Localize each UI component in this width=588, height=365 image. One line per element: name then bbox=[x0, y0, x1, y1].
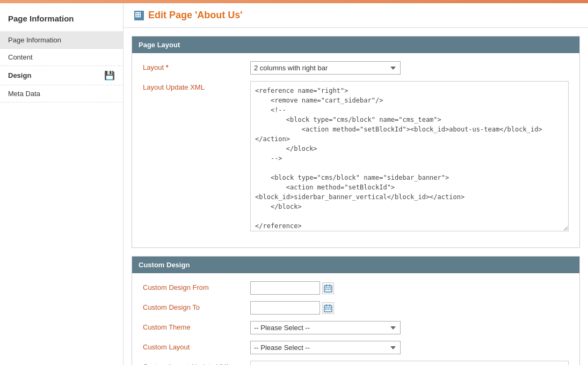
custom-theme-select[interactable]: -- Please Select -- bbox=[250, 321, 401, 334]
custom-design-body: Custom Design From bbox=[132, 273, 579, 365]
custom-design-from-field bbox=[250, 281, 569, 295]
calendar-to-icon[interactable] bbox=[322, 302, 334, 314]
calendar-from-icon[interactable] bbox=[322, 282, 334, 294]
main-content: Edit Page 'About Us' Page Layout Layout … bbox=[124, 3, 588, 365]
custom-layout-update-xml-row: Custom Layout Update XML bbox=[143, 361, 569, 365]
page-title: Edit Page 'About Us' bbox=[134, 10, 577, 21]
layout-label: Layout bbox=[143, 61, 250, 71]
custom-layout-select[interactable]: -- Please Select -- bbox=[250, 341, 401, 354]
custom-design-to-row: Custom Design To bbox=[143, 301, 569, 315]
layout-update-xml-textarea[interactable]: <reference name="right"> <remove name="c… bbox=[250, 81, 569, 231]
page-grid-icon bbox=[134, 11, 144, 20]
custom-design-from-group bbox=[250, 281, 569, 295]
sidebar: Page Information Page Information Conten… bbox=[0, 3, 124, 365]
page-layout-body: Layout Empty 1 column 2 columns with lef… bbox=[132, 53, 579, 247]
svg-rect-11 bbox=[325, 309, 326, 310]
layout-update-xml-field: <reference name="right"> <remove name="c… bbox=[250, 81, 569, 233]
custom-layout-field: -- Please Select -- bbox=[250, 341, 569, 354]
custom-layout-update-xml-label: Custom Layout Update XML bbox=[143, 361, 250, 365]
layout-select[interactable]: Empty 1 column 2 columns with left bar 2… bbox=[250, 61, 401, 75]
layout-update-xml-row: Layout Update XML <reference name="right… bbox=[143, 81, 569, 233]
sidebar-item-design[interactable]: Design 💾 bbox=[0, 66, 123, 85]
svg-rect-6 bbox=[330, 289, 331, 290]
layout-field: Empty 1 column 2 columns with left bar 2… bbox=[250, 61, 569, 75]
sidebar-title: Page Information bbox=[0, 9, 123, 32]
page-header: Edit Page 'About Us' bbox=[124, 3, 588, 28]
custom-theme-label: Custom Theme bbox=[143, 321, 250, 331]
custom-design-section: Custom Design Custom Design From bbox=[132, 256, 580, 365]
layout-row: Layout Empty 1 column 2 columns with lef… bbox=[143, 61, 569, 75]
custom-design-to-label: Custom Design To bbox=[143, 301, 250, 311]
sidebar-item-meta-data[interactable]: Meta Data bbox=[0, 85, 123, 103]
custom-theme-row: Custom Theme -- Please Select -- bbox=[143, 321, 569, 334]
custom-design-to-input[interactable] bbox=[250, 301, 320, 315]
custom-design-from-row: Custom Design From bbox=[143, 281, 569, 295]
custom-layout-update-xml-field bbox=[250, 361, 569, 365]
svg-rect-13 bbox=[330, 309, 331, 310]
svg-rect-5 bbox=[328, 289, 329, 290]
layout-update-xml-label: Layout Update XML bbox=[143, 81, 250, 91]
custom-layout-label: Custom Layout bbox=[143, 341, 250, 351]
sidebar-item-content[interactable]: Content bbox=[0, 49, 123, 66]
custom-design-to-field bbox=[250, 301, 569, 315]
custom-design-header: Custom Design bbox=[132, 257, 579, 273]
custom-design-from-input[interactable] bbox=[250, 281, 320, 295]
svg-rect-12 bbox=[328, 309, 329, 310]
custom-theme-field: -- Please Select -- bbox=[250, 321, 569, 334]
page-layout-header: Page Layout bbox=[132, 36, 579, 53]
save-icon: 💾 bbox=[104, 70, 115, 81]
custom-design-to-group bbox=[250, 301, 569, 315]
page-layout-section: Page Layout Layout Empty 1 column 2 colu… bbox=[132, 36, 580, 248]
custom-layout-update-xml-textarea[interactable] bbox=[250, 361, 569, 365]
custom-design-from-label: Custom Design From bbox=[143, 281, 250, 291]
sidebar-item-page-information[interactable]: Page Information bbox=[0, 32, 123, 49]
svg-rect-4 bbox=[325, 289, 326, 290]
custom-layout-row: Custom Layout -- Please Select -- bbox=[143, 341, 569, 354]
